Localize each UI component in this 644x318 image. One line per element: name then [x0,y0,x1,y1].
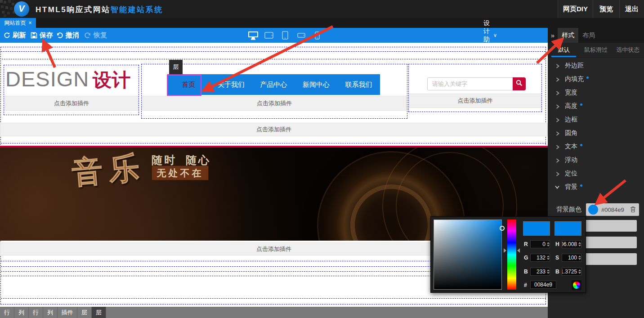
h-stepper[interactable] [578,242,581,246]
section-border[interactable]: 边框 [548,113,644,126]
tab-layout[interactable]: 布局 [578,28,599,43]
collapse-panel-icon[interactable]: » [548,28,558,43]
section-height[interactable]: 高度 [548,99,644,113]
nav-item-news[interactable]: 新闻中心 [295,74,338,95]
search-button[interactable] [513,77,526,90]
hue-marker-left[interactable] [504,248,506,253]
footer-row-dashed [1,298,546,299]
section-background[interactable]: 背景 [548,180,644,194]
section-text[interactable]: 文本 [548,140,644,153]
hex-input[interactable]: 0084e9 [530,281,556,289]
color-wheel-button[interactable] [572,280,581,290]
nav-item-contact[interactable]: 联系我们 [337,74,380,95]
b-stepper[interactable] [546,269,550,274]
breadcrumb-row[interactable]: 行 [0,307,14,318]
chevron-right-icon [556,91,559,94]
chevron-right-icon [556,77,559,81]
device-desktop-icon[interactable] [248,28,259,43]
s-label: S [555,255,559,261]
section-width[interactable]: 宽度 [548,86,644,99]
search-input[interactable] [427,77,513,90]
section-float[interactable]: 浮动 [548,153,644,167]
state-tab-hover[interactable]: 鼠标滑过 [580,43,612,57]
section-position[interactable]: 定位 [548,167,644,180]
chevron-down-icon: ∨ [493,32,497,38]
exit-button[interactable]: 退出 [619,0,644,18]
site-logo-en: DESIGN [5,67,89,91]
state-tab-default[interactable]: 默认 [548,43,580,57]
breadcrumb-col[interactable]: 列 [43,307,58,318]
tab-home-page[interactable]: 网站首页 × [0,18,36,28]
tab-style[interactable]: 样式 [558,28,578,43]
undo-icon [56,32,63,39]
r-label: R [524,241,528,247]
section-padding[interactable]: 内填充 [548,72,644,86]
b-label: B [524,269,528,275]
element-breadcrumb-bar: 行 列 行 列 插件 层 层 [0,307,548,318]
refresh-icon [4,32,10,39]
redo-label: 恢复 [94,31,107,40]
breadcrumb-col[interactable]: 列 [14,307,29,318]
background-color-chip[interactable]: #0084e9 [586,203,639,216]
tab-close-icon[interactable]: × [28,20,31,26]
brightness-stepper[interactable] [578,269,581,274]
breadcrumb-plugin[interactable]: 插件 [58,307,77,318]
modified-dot [580,103,582,106]
app-window: V HTML5响应式网站智能建站系统 网页DIY 预览 退出 网站首页 × 刷新… [0,0,644,318]
device-phone-portrait-icon[interactable] [315,28,320,43]
section-label: 文本 [565,143,577,151]
add-plugin-nav-slot[interactable]: 点击添加插件 [142,96,407,111]
r-stepper[interactable] [546,242,550,246]
color-swatch-circle[interactable] [588,205,598,215]
device-tablet-landscape-icon[interactable] [264,28,273,43]
saturation-value-field[interactable] [434,219,502,290]
s-stepper[interactable] [578,255,581,260]
hex-label: # [524,282,527,288]
webpage-diy-button[interactable]: 网页DIY [558,0,593,18]
redo-button[interactable]: 恢复 [84,28,107,43]
nav-item-products[interactable]: 产品中心 [252,74,295,95]
breadcrumb-layer[interactable]: 层 [77,307,92,318]
row-divider-dashed [1,51,546,52]
modified-dot [580,184,582,187]
tab-bar: 网站首页 × [0,18,644,28]
section-label: 定位 [565,170,577,178]
editor-toolbar: 刷新 保存 撤消 恢复 设计助理 ∨ [0,28,548,43]
save-icon [31,32,37,39]
hue-slider[interactable] [507,219,516,290]
chevron-right-icon [556,172,559,175]
nav-item-about[interactable]: 关于我们 [210,74,253,95]
redo-icon [84,32,91,39]
refresh-button[interactable]: 刷新 [4,28,26,43]
device-phone-landscape-icon[interactable] [297,28,305,43]
current-color-swatch [523,221,550,236]
state-tab-selected[interactable]: 选中状态 [612,43,644,57]
breadcrumb-row[interactable]: 行 [29,307,43,318]
app-logo-icon: V [14,1,29,17]
breadcrumb-layer-active[interactable]: 层 [92,307,106,318]
chevron-right-icon [556,145,559,148]
banner-slogan-box: 无处不在 [152,166,209,180]
site-logo[interactable]: DESIGN 设计 [5,67,130,93]
chevron-right-icon [556,158,559,162]
g-stepper[interactable] [546,255,550,260]
add-plugin-search-slot[interactable]: 点击添加插件 [409,94,541,108]
device-tablet-portrait-icon[interactable] [282,28,288,43]
search-icon [516,80,523,88]
header-row-dashed [2,59,545,59]
preview-button[interactable]: 预览 [593,0,619,18]
pixel-pattern-decor [0,0,3,3]
save-button[interactable]: 保存 [31,28,53,43]
chevron-right-icon [556,104,559,108]
add-plugin-row-slot[interactable]: 点击添加插件 [0,123,548,136]
undo-label: 撤消 [66,31,79,40]
add-plugin-logo-slot[interactable]: 点击添加插件 [4,96,139,111]
hue-marker-right[interactable] [517,248,520,253]
undo-button[interactable]: 撤消 [56,28,79,43]
sv-cursor[interactable] [500,226,505,231]
section-margin[interactable]: 外边距 [548,59,644,72]
trash-icon[interactable] [630,206,636,215]
nav-item-home[interactable]: 首页 [167,74,210,95]
background-color-label: 背景颜色 [556,206,581,214]
section-radius[interactable]: 圆角 [548,126,644,140]
